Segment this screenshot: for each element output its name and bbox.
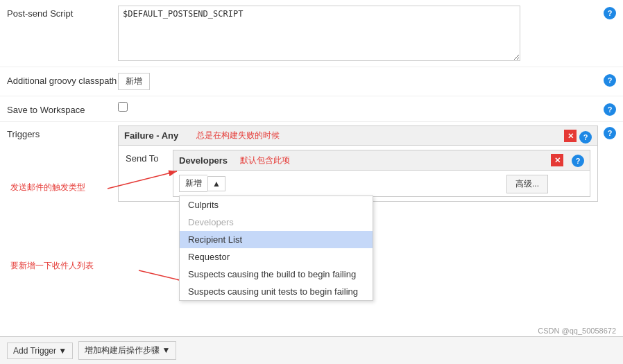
bottom-section: Add Trigger ▼ 增加构建后操作步骤 ▼	[0, 336, 623, 364]
additional-groovy-content: 新增	[118, 73, 598, 90]
save-to-workspace-content	[118, 102, 598, 114]
dropdown-menu: Culprits Developers Recipient List Reque…	[179, 196, 373, 301]
dropdown-item-recipient-list[interactable]: Recipient List	[180, 231, 373, 248]
triggers-section: Triggers Failure - Any 总是在构建失败的时候 ✕ ? Se…	[0, 122, 623, 208]
send-to-row: Send To Developers 默认包含此项 ✕ ? 新增	[126, 150, 590, 197]
dropdown-item-developers: Developers	[180, 214, 373, 231]
failure-body: Send To Developers 默认包含此项 ✕ ? 新增	[119, 146, 597, 201]
add-trigger-button[interactable]: Add Trigger ▼	[7, 343, 73, 359]
save-to-workspace-row: Save to Workspace ?	[0, 96, 623, 122]
save-to-workspace-help-icon[interactable]: ?	[604, 103, 616, 116]
additional-groovy-help-icon[interactable]: ?	[604, 74, 616, 87]
triggers-help-icon[interactable]: ?	[604, 127, 616, 139]
watermark: CSDN @qq_50058672	[538, 327, 616, 335]
triggers-content: Failure - Any 总是在构建失败的时候 ✕ ? Send To Dev…	[118, 125, 598, 205]
failure-box: Failure - Any 总是在构建失败的时候 ✕ ? Send To Dev…	[118, 125, 598, 202]
additional-groovy-row: Additional groovy classpath 新增 ?	[0, 67, 623, 96]
post-send-script-textarea[interactable]: $DEFAULT_POSTSEND_SCRIPT	[118, 6, 520, 61]
developers-title: Developers	[179, 155, 228, 166]
new-dropdown-main-button[interactable]: 新增	[179, 175, 207, 192]
add-post-build-button[interactable]: 增加构建后操作步骤 ▼	[78, 341, 176, 360]
annotation-trigger-type: 发送邮件的触发类型	[10, 182, 85, 193]
save-to-workspace-checkbox[interactable]	[118, 102, 128, 112]
developers-box: Developers 默认包含此项 ✕ ? 新增 ▲	[173, 150, 590, 197]
failure-header: Failure - Any 总是在构建失败的时候 ✕ ?	[119, 126, 597, 146]
post-send-script-row: Post-send Script $DEFAULT_POSTSEND_SCRIP…	[0, 0, 623, 67]
failure-annotation: 总是在构建失败的时候	[196, 130, 280, 141]
additional-groovy-label: Additional groovy classpath	[7, 73, 118, 86]
failure-close-button[interactable]: ✕	[564, 130, 577, 142]
add-groovy-button[interactable]: 新增	[118, 73, 150, 90]
post-send-script-help-icon[interactable]: ?	[604, 7, 616, 19]
developers-close-button[interactable]: ✕	[551, 154, 563, 166]
annotation-recipient-list: 要新增一下收件人列表	[10, 260, 94, 272]
send-to-label: Send To	[126, 150, 167, 164]
main-container: Post-send Script $DEFAULT_POSTSEND_SCRIP…	[0, 0, 623, 364]
textarea-wrapper: $DEFAULT_POSTSEND_SCRIPT	[118, 6, 598, 61]
advanced-button[interactable]: 高级...	[506, 175, 548, 193]
post-send-script-label: Post-send Script	[7, 6, 118, 19]
dropdown-item-requestor[interactable]: Requestor	[180, 248, 373, 266]
failure-help-icon[interactable]: ?	[579, 131, 592, 144]
developers-header: Developers 默认包含此项 ✕ ?	[173, 150, 590, 171]
developers-annotation: 默认包含此项	[240, 155, 290, 166]
dropdown-item-culprits[interactable]: Culprits	[180, 196, 373, 214]
dropdown-item-suspects-build[interactable]: Suspects causing the build to begin fail…	[180, 266, 373, 283]
dropdown-item-suspects-tests[interactable]: Suspects causing unit tests to begin fai…	[180, 283, 373, 300]
post-send-script-content: $DEFAULT_POSTSEND_SCRIPT	[118, 6, 598, 61]
developers-help-icon[interactable]: ?	[572, 155, 584, 167]
failure-title: Failure - Any	[124, 130, 178, 141]
developers-body: 新增 ▲ Culprits Developers Recipient List …	[173, 171, 590, 196]
new-dropdown-arrow-button[interactable]: ▲	[207, 176, 225, 191]
save-to-workspace-label: Save to Workspace	[7, 102, 118, 115]
